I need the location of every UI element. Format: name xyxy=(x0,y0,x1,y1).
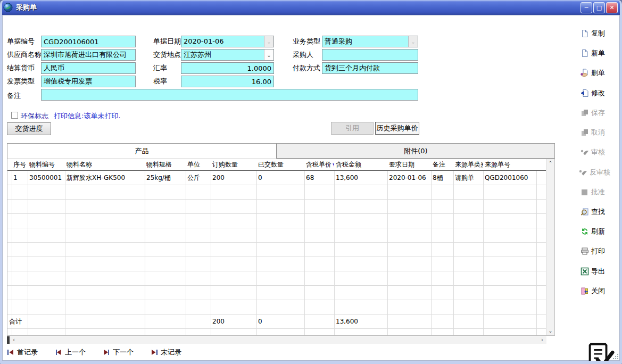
audit-button[interactable]: 审核 xyxy=(580,146,622,159)
cancel-button[interactable]: 取消 xyxy=(580,126,622,139)
chevron-down-icon[interactable]: ⌄ xyxy=(408,36,418,47)
header-material-spec[interactable]: 物料规格 xyxy=(145,159,186,170)
scroll-left-icon[interactable]: ‹ xyxy=(10,336,18,344)
scroll-right-icon[interactable]: › xyxy=(538,336,546,344)
header-amount[interactable]: 含税金额 xyxy=(334,159,387,170)
header-seq[interactable]: 序号 xyxy=(12,159,28,170)
cell-amount: 13,600 xyxy=(334,171,387,185)
table-row[interactable]: 1 30500001 新辉胶水XH-GK500 25kg/桶 公斤 200 0 … xyxy=(7,171,546,185)
product-grid: 序号 物料编号 物料名称 物料规格 单位 订购数量 已交数量 含税单价▼ 含税金… xyxy=(7,159,546,335)
empty-grid-rows xyxy=(7,185,546,315)
cell-material-name: 新辉胶水XH-GK500 xyxy=(65,171,145,185)
next-record-button[interactable]: 下一个 xyxy=(103,348,134,357)
header-source-no[interactable]: 来源单号 xyxy=(483,159,536,170)
delivery-place-label: 交货地点 xyxy=(153,49,181,61)
currency-field[interactable] xyxy=(41,62,136,74)
copy-button[interactable]: 复制 xyxy=(580,27,622,40)
supplier-field[interactable] xyxy=(41,49,136,61)
cell-remark: 8桶 xyxy=(431,171,453,185)
doc-date-combo[interactable]: 2020-01-06 ⌄ xyxy=(181,36,274,47)
chevron-down-icon[interactable]: ⌄ xyxy=(264,49,273,60)
business-type-combo[interactable]: 普通采购 ⌄ xyxy=(322,36,418,47)
last-record-button[interactable]: 末记录 xyxy=(151,348,181,357)
cell-delivered-qty: 0 xyxy=(256,171,304,185)
quote-button[interactable]: 引用 xyxy=(331,122,374,135)
history-price-button[interactable]: 历史采购单价 xyxy=(375,122,419,135)
exchange-rate-field[interactable] xyxy=(181,62,274,74)
minimize-button[interactable]: ─ xyxy=(580,2,592,13)
remark-label: 备注 xyxy=(7,90,21,102)
total-amount: 13,600 xyxy=(334,315,387,328)
cell-unit: 公斤 xyxy=(186,171,211,185)
approve-button[interactable]: 批准 xyxy=(580,186,622,198)
chevron-down-icon[interactable]: ⌄ xyxy=(264,36,273,47)
close-button[interactable]: ✕ xyxy=(606,2,618,13)
client-area: 单据编号 供应商名称 结算货币 发票类型 备注 单据日期 2020-01-06 … xyxy=(2,15,620,361)
payment-method-field[interactable] xyxy=(322,62,418,74)
currency-label: 结算货币 xyxy=(7,62,35,74)
save-button[interactable]: 保存 xyxy=(580,106,622,119)
header-delivered-qty[interactable]: 已交数量 xyxy=(256,159,304,170)
total-delivered-qty: 0 xyxy=(256,315,304,328)
print-info-text: 打印信息:该单未打印. xyxy=(54,111,121,121)
invoice-type-field[interactable] xyxy=(41,76,136,87)
cell-ordered-qty: 200 xyxy=(211,171,256,185)
new-doc-button[interactable]: 新单 xyxy=(580,47,622,60)
cell-unit-price: 68 xyxy=(304,171,334,185)
scroll-up-icon[interactable]: ⌃ xyxy=(546,159,554,168)
find-icon xyxy=(580,208,589,216)
invoice-type-label: 发票类型 xyxy=(7,76,35,87)
header-material-no[interactable]: 物料编号 xyxy=(28,159,65,170)
total-label: 合计 xyxy=(7,315,28,328)
last-record-icon xyxy=(151,349,158,356)
record-navigation: 首记录 上一个 下一个 末记录 xyxy=(7,348,181,357)
tab-attachment[interactable]: 附件(0) xyxy=(277,143,555,159)
unaudit-icon xyxy=(579,168,587,177)
cancel-icon xyxy=(580,128,589,137)
export-button[interactable]: 导出 xyxy=(580,265,622,278)
find-button[interactable]: 查找 xyxy=(580,205,622,218)
header-unit-price[interactable]: 含税单价▼ xyxy=(304,159,334,170)
header-material-name[interactable]: 物料名称 xyxy=(65,159,145,170)
doc-no-field[interactable] xyxy=(41,36,136,47)
resize-grip-icon[interactable] xyxy=(612,353,618,359)
eco-mark-checkbox[interactable] xyxy=(11,112,18,119)
print-button[interactable]: 打印 xyxy=(580,245,622,258)
header-required-date[interactable]: 要求日期 xyxy=(387,159,431,170)
payment-method-label: 付款方式 xyxy=(293,62,320,74)
cell-required-date: 2020-01-06 xyxy=(387,171,431,185)
supplier-label: 供应商名称 xyxy=(7,49,42,61)
vertical-scrollbar[interactable]: ⌃ ⌄ xyxy=(546,159,554,335)
exchange-rate-label: 汇率 xyxy=(153,62,167,74)
delivery-progress-button[interactable]: 交货进度 xyxy=(7,122,51,135)
horizontal-scrollbar[interactable]: ‹ › xyxy=(7,336,546,344)
doc-no-label: 单据编号 xyxy=(7,36,35,47)
maximize-button[interactable]: □ xyxy=(593,2,605,13)
header-unit[interactable]: 单位 xyxy=(186,159,211,170)
delivery-place-combo[interactable]: 江苏苏州 ⌄ xyxy=(181,49,274,61)
approve-icon xyxy=(580,188,589,196)
modify-button[interactable]: 修改 xyxy=(580,87,622,100)
header-ordered-qty[interactable]: 订购数量 xyxy=(211,159,256,170)
remark-field[interactable] xyxy=(41,89,418,101)
row-selector-header xyxy=(7,159,12,170)
header-source-type[interactable]: 来源单类别 xyxy=(453,159,483,170)
close-doc-icon xyxy=(580,287,589,295)
refresh-button[interactable]: 刷新 xyxy=(580,225,622,238)
tab-product[interactable]: 产品 xyxy=(7,143,277,159)
purchaser-field[interactable] xyxy=(322,49,418,61)
unaudit-button[interactable]: 反审核 xyxy=(579,166,622,179)
row-selector[interactable] xyxy=(7,171,12,185)
first-record-button[interactable]: 首记录 xyxy=(7,348,38,357)
app-globe-icon xyxy=(3,3,13,12)
eco-mark-label: 环保标志 xyxy=(21,111,48,121)
header-remark[interactable]: 备注 xyxy=(431,159,453,170)
delete-doc-button[interactable]: 删单 xyxy=(580,67,622,79)
previous-record-button[interactable]: 上一个 xyxy=(55,348,86,357)
modify-icon xyxy=(580,89,589,97)
scroll-down-icon[interactable]: ⌄ xyxy=(546,327,554,335)
tax-rate-field[interactable] xyxy=(181,76,274,87)
cell-material-spec: 25kg/桶 xyxy=(145,171,186,185)
purchase-order-window: 采购单 ─ □ ✕ 单据编号 供应商名称 结算货币 发票类型 备注 单据日期 2… xyxy=(0,0,622,364)
close-doc-button[interactable]: 关闭 xyxy=(580,285,622,297)
